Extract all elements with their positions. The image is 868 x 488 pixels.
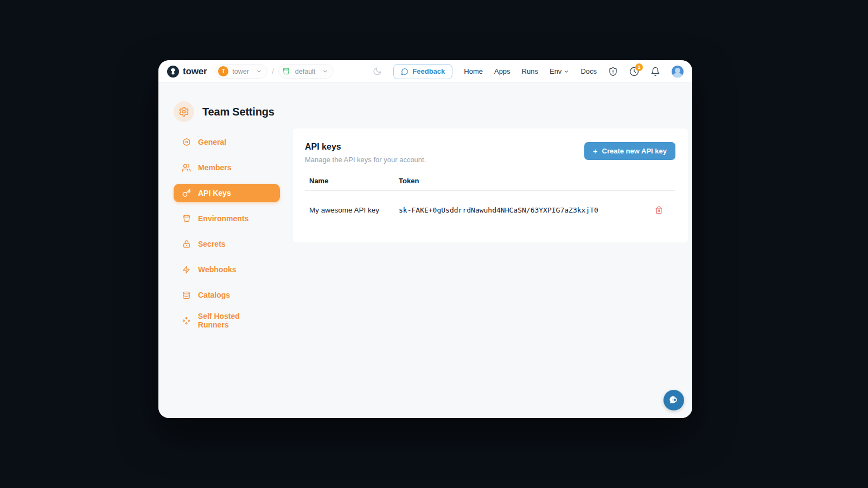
bell-icon[interactable] <box>650 67 660 76</box>
sidebar-item-self-hosted-runners[interactable]: Self Hosted Runners <box>174 311 280 330</box>
sidebar-item-environments[interactable]: Environments <box>174 209 280 228</box>
team-selector[interactable]: T tower <box>215 64 267 79</box>
sidebar-item-catalogs[interactable]: Catalogs <box>174 286 280 304</box>
settings-sidebar: Team Settings General Members <box>174 83 280 337</box>
users-icon <box>182 163 191 172</box>
chevron-down-icon <box>564 69 569 74</box>
brand-name: tower <box>183 66 207 77</box>
sidebar-item-label: General <box>198 138 226 146</box>
feedback-button[interactable]: Feedback <box>393 64 452 79</box>
api-keys-panel: API keys Manage the API keys for your ac… <box>293 129 688 242</box>
top-navbar: tower T tower / default <box>158 60 692 83</box>
environment-selector-value: default <box>295 68 316 75</box>
notification-badge: 1 <box>635 63 643 71</box>
api-key-name: My awesome API key <box>305 191 394 221</box>
nav-link-home[interactable]: Home <box>464 67 483 75</box>
panel-title: API keys <box>305 142 426 152</box>
avatar-body <box>673 73 682 78</box>
feedback-label: Feedback <box>412 67 445 75</box>
brand[interactable]: tower <box>167 66 207 78</box>
gear-icon <box>174 101 194 122</box>
nav-link-env-label: Env <box>550 67 561 75</box>
bucket-icon <box>281 66 291 76</box>
lightning-bolt-icon <box>182 266 191 274</box>
team-avatar: T <box>218 66 228 76</box>
breadcrumb-separator: / <box>272 67 274 76</box>
user-avatar[interactable] <box>672 66 684 78</box>
app-window: tower T tower / default <box>158 60 692 418</box>
column-header-name: Name <box>305 177 394 191</box>
nav-link-runs[interactable]: Runs <box>522 67 538 75</box>
tower-logo-icon <box>167 66 179 78</box>
chat-widget-button[interactable] <box>663 390 684 410</box>
sidebar-item-general[interactable]: General <box>174 133 280 151</box>
sidebar-item-members[interactable]: Members <box>174 158 280 177</box>
sidebar-item-webhooks[interactable]: Webhooks <box>174 260 280 279</box>
create-api-key-label: Create new API key <box>602 147 667 155</box>
delete-api-key-button[interactable] <box>654 205 664 215</box>
chevron-down-icon <box>256 67 262 76</box>
column-header-actions <box>649 177 675 191</box>
bucket-icon <box>182 214 191 223</box>
database-icon <box>182 291 191 299</box>
badge-hexagon-icon <box>182 138 191 146</box>
chat-bubbles-icon <box>668 394 680 406</box>
trash-icon <box>655 206 663 214</box>
sidebar-item-label: Catalogs <box>198 291 230 299</box>
api-keys-table: Name Token My awesome API key sk-FAKE+0g… <box>305 177 675 221</box>
diamonds-icon <box>182 317 191 325</box>
key-icon <box>182 189 191 197</box>
environment-selector[interactable]: default <box>278 64 334 79</box>
dark-mode-toggle[interactable] <box>373 67 382 76</box>
page-title: Team Settings <box>202 106 275 118</box>
sidebar-item-label: Secrets <box>198 240 226 248</box>
plus-icon: + <box>593 147 598 155</box>
sidebar-item-label: Members <box>198 163 231 172</box>
lock-icon <box>182 240 191 248</box>
sidebar-header: Team Settings <box>174 101 280 122</box>
sidebar-item-label: API Keys <box>198 189 231 197</box>
chevron-down-icon <box>322 67 328 76</box>
panel-subtitle: Manage the API keys for your account. <box>305 156 426 164</box>
team-selector-value: tower <box>232 68 249 75</box>
nav-link-env[interactable]: Env <box>550 67 569 75</box>
message-bubble-icon <box>401 68 409 75</box>
history-clock-icon[interactable]: 1 <box>629 67 639 76</box>
content-area: Team Settings General Members <box>158 83 692 418</box>
sidebar-item-api-keys[interactable]: API Keys <box>174 184 280 202</box>
create-api-key-button[interactable]: + Create new API key <box>584 142 675 160</box>
column-header-token: Token <box>394 177 649 191</box>
nav-link-docs[interactable]: Docs <box>580 67 597 75</box>
sidebar-item-label: Environments <box>198 214 248 223</box>
sidebar-item-label: Self Hosted Runners <box>198 312 272 329</box>
sidebar-item-label: Webhooks <box>198 265 237 274</box>
api-key-token: sk-FAKE+0gUsddrrdNawuhd4NHCaSN/63YXPIG7a… <box>394 191 649 221</box>
table-row: My awesome API key sk-FAKE+0gUsddrrdNawu… <box>305 191 675 221</box>
security-shield-icon[interactable] <box>608 67 618 76</box>
nav-link-apps[interactable]: Apps <box>494 67 510 75</box>
sidebar-item-secrets[interactable]: Secrets <box>174 235 280 253</box>
